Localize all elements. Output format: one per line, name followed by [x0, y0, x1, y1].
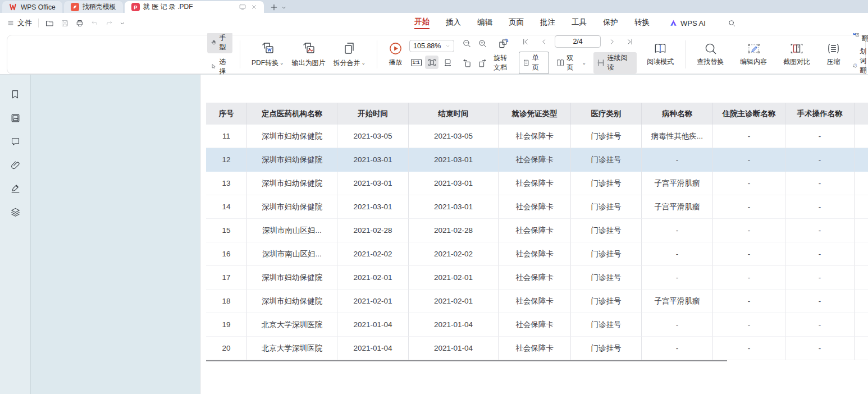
select-tool-button[interactable]: 选择 — [207, 56, 232, 77]
last-page-button[interactable] — [623, 35, 637, 48]
reading-mode-button[interactable]: 阅读模式 — [643, 42, 678, 67]
tab-pdf-document[interactable]: 就 医 记 录 .PDF — [125, 1, 264, 13]
table-cell: 子宫平滑肌瘤 — [642, 172, 713, 195]
redo-icon[interactable] — [105, 20, 113, 27]
column-header: 开始时间 — [337, 103, 409, 125]
rotate-document-label[interactable]: 旋转文档 — [494, 53, 510, 72]
ribbon-tab-annotate[interactable]: 批注 — [540, 17, 555, 29]
ribbon-tab-start[interactable]: 开始 — [414, 17, 430, 29]
fit-page-button[interactable] — [425, 56, 438, 69]
rotate-right-button[interactable] — [476, 56, 489, 70]
zoom-level-select[interactable]: 105.88% — [409, 40, 454, 52]
table-cell: 2021-01-04 — [409, 337, 499, 360]
wps-ai-label: WPS AI — [680, 19, 706, 27]
table-cell: 12 — [206, 148, 247, 172]
ribbon-tab-edit[interactable]: 编辑 — [477, 17, 492, 29]
table-cell: - — [785, 266, 855, 290]
signature-pen-icon[interactable] — [9, 182, 21, 195]
export-as-image-button[interactable]: 输出为图片 — [288, 42, 330, 68]
ribbon-tab-convert[interactable]: 转换 — [634, 17, 650, 29]
first-page-button[interactable] — [519, 35, 532, 48]
hand-tool-button[interactable]: 手型 — [207, 32, 232, 53]
zoom-out-button[interactable] — [460, 36, 473, 50]
table-cell: 病毒性其他疾... — [642, 125, 713, 148]
table-cell: - — [713, 148, 785, 172]
new-tab-icon[interactable] — [270, 3, 278, 11]
table-cell: 13 — [206, 172, 247, 195]
window-tab-bar: WPS Office 找稻壳模板 就 医 记 录 .PDF — [0, 0, 868, 13]
table-cell — [855, 337, 868, 360]
wps-logo-icon — [9, 3, 17, 11]
next-page-button[interactable] — [605, 35, 619, 48]
rotate-document-icon — [498, 38, 509, 49]
comment-icon[interactable] — [9, 135, 21, 148]
table-cell: 门诊挂号 — [571, 266, 642, 290]
ribbon-tab-insert[interactable]: 插入 — [446, 17, 461, 29]
present-monitor-icon[interactable] — [239, 3, 246, 11]
table-cell: - — [713, 219, 785, 242]
pdf-page-canvas[interactable]: 序号定点医药机构名称开始时间结束时间就诊凭证类型医疗类别病种名称住院主诊断名称手… — [200, 75, 868, 394]
divider — [38, 19, 39, 27]
table-cell: 子宫平滑肌瘤 — [642, 195, 713, 219]
column-header — [855, 103, 868, 125]
close-tab-icon[interactable] — [251, 4, 257, 10]
single-page-mode-button[interactable]: 单页 — [519, 52, 549, 74]
table-cell: 社会保障卡 — [499, 148, 571, 172]
ribbon-tab-protect[interactable]: 保护 — [603, 17, 618, 29]
fit-page-icon — [427, 58, 437, 67]
file-menu-button[interactable]: 文件 — [7, 18, 32, 28]
bookmark-icon[interactable] — [9, 88, 21, 100]
tab-docer-templates[interactable]: 找稻壳模板 — [64, 1, 123, 13]
undo-icon[interactable] — [90, 20, 99, 27]
select-tool-label: 选择 — [220, 57, 229, 76]
attachment-icon[interactable] — [9, 159, 21, 171]
actual-size-button[interactable]: 1:1 — [409, 56, 423, 69]
hand-icon — [211, 38, 217, 47]
table-cell: 门诊挂号 — [571, 195, 642, 219]
chevron-down-icon: ⌄ — [280, 60, 284, 66]
continuous-reading-button[interactable]: 连续阅读 — [593, 52, 637, 74]
print-icon[interactable] — [75, 19, 84, 27]
previous-page-button[interactable] — [537, 35, 550, 48]
tab-list-chevron-icon[interactable] — [281, 5, 286, 10]
zoom-in-button[interactable] — [476, 36, 489, 50]
find-replace-button[interactable]: 查找替换 — [693, 42, 728, 67]
play-button[interactable]: 播放 — [385, 42, 406, 67]
tab-wps-office[interactable]: WPS Office — [2, 1, 62, 13]
one-to-one-icon: 1:1 — [411, 59, 422, 66]
export-image-label: 输出为图片 — [292, 58, 326, 68]
rotate-document-icon-button[interactable] — [497, 36, 510, 50]
table-cell: 2021-03-01 — [337, 148, 409, 172]
search-icon[interactable] — [728, 19, 736, 27]
chevron-down-icon — [445, 44, 450, 48]
table-cell: - — [785, 125, 855, 148]
split-merge-button[interactable]: 拆分合并⌄ — [330, 42, 370, 68]
table-cell: 16 — [206, 242, 247, 266]
open-folder-icon[interactable] — [45, 19, 54, 27]
rotate-left-button[interactable] — [460, 56, 473, 70]
chevron-down-icon: ⌄ — [362, 60, 366, 66]
reading-mode-label: 阅读模式 — [647, 57, 674, 67]
word-translate-icon — [853, 61, 857, 70]
pdf-convert-button[interactable]: PDF转换⌄ — [248, 42, 288, 68]
layers-icon[interactable] — [9, 206, 21, 218]
save-icon[interactable] — [61, 19, 69, 27]
wps-ai-button[interactable]: WPS AI — [669, 19, 706, 27]
ribbon-tab-tools[interactable]: 工具 — [572, 17, 587, 29]
thumbnail-icon[interactable] — [9, 112, 21, 124]
column-header: 就诊凭证类型 — [499, 103, 571, 125]
table-cell: - — [785, 219, 855, 242]
fit-width-button[interactable] — [441, 56, 454, 69]
quick-access-chevron-icon[interactable] — [120, 21, 125, 26]
screenshot-compare-button[interactable]: 截图对比 — [779, 42, 814, 67]
table-cell: 2021-02-28 — [409, 219, 499, 242]
page-number-input[interactable]: 2/4 — [555, 35, 601, 48]
edit-content-button[interactable]: 编辑内容 — [736, 42, 771, 67]
table-cell: 门诊挂号 — [571, 242, 642, 266]
ribbon-tab-page[interactable]: 页面 — [509, 17, 524, 29]
double-page-mode-button[interactable]: 双页 ⌄ — [553, 52, 590, 74]
zoom-value: 105.88% — [413, 42, 441, 50]
table-cell: - — [785, 195, 855, 219]
compress-button[interactable]: 压缩 — [823, 42, 844, 67]
single-page-icon — [523, 59, 530, 67]
